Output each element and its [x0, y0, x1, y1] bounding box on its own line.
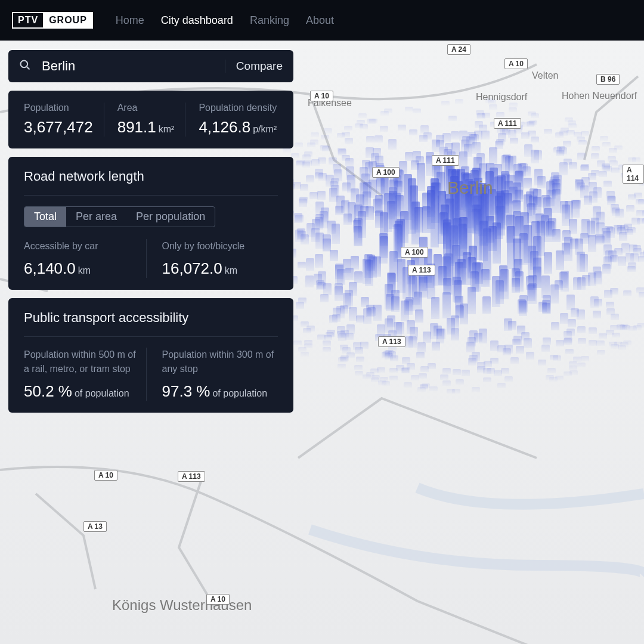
stat-density-value: 4,126.8: [199, 118, 250, 136]
brand-logo[interactable]: PTV GROUP: [12, 12, 93, 29]
town-hohen-neuendorf: Hohen Neuendorf: [562, 91, 637, 101]
stat-density-unit: p/km²: [253, 124, 277, 134]
divider: [24, 195, 278, 196]
search-icon: [19, 59, 31, 73]
road-b96: B 96: [596, 74, 620, 85]
public-transport-panel: Public transport accessibility Populatio…: [8, 298, 293, 413]
stat-population-label: Population: [24, 103, 93, 113]
road-tabs: Total Per area Per population: [24, 206, 215, 227]
road-a111-n: A 111: [494, 118, 521, 129]
pt-rail: Population within 500 m of a rail, metro…: [24, 348, 140, 401]
logo-right: GROUP: [44, 13, 92, 27]
road-a13: A 13: [83, 521, 107, 532]
road-a24: A 24: [447, 44, 470, 55]
town-velten: Velten: [532, 70, 558, 81]
stat-area-unit: km²: [159, 124, 175, 134]
nav-city-dashboard[interactable]: City dashboard: [161, 14, 233, 27]
city-stats-panel: Population 3,677,472 Area 891.1km² Popul…: [8, 91, 293, 148]
compare-button[interactable]: Compare: [225, 60, 283, 73]
stat-area-value: 891.1: [117, 118, 156, 136]
road-a100-n: A 100: [372, 167, 400, 178]
stat-density: Population density 4,126.8p/km²: [185, 103, 287, 137]
top-nav: PTV GROUP Home City dashboard Ranking Ab…: [0, 0, 644, 41]
city-search-input[interactable]: [42, 58, 214, 74]
road-by-foot: Only by foot/bicycle 16,072.0km: [146, 239, 278, 278]
road-a113-n: A 113: [408, 265, 435, 275]
sidebar: Compare Population 3,677,472 Area 891.1k…: [8, 50, 293, 413]
road-a10-sw: A 10: [94, 470, 117, 481]
pt-any: Population within 300 m of any stop 97.3…: [146, 348, 278, 401]
nav-links: Home City dashboard Ranking About: [116, 14, 334, 27]
pt-any-suffix: of population: [212, 388, 267, 398]
road-a111-s: A 111: [432, 155, 459, 166]
road-network-title: Road network length: [24, 169, 278, 184]
pt-rail-suffix: of population: [75, 388, 129, 398]
road-by-foot-unit: km: [225, 265, 237, 275]
road-by-car-unit: km: [78, 265, 91, 275]
road-by-foot-value: 16,072.0: [162, 259, 222, 277]
road-a10-ne: A 10: [504, 58, 528, 69]
nav-ranking[interactable]: Ranking: [250, 14, 289, 27]
stat-density-label: Population density: [199, 103, 277, 113]
road-a10-s: A 10: [206, 594, 230, 605]
pt-any-value: 97.3 %: [162, 382, 210, 400]
map-city-label: Berlin: [447, 178, 493, 198]
pt-rail-label: Population within 500 m of a rail, metro…: [24, 348, 140, 376]
road-by-car-label: Accessible by car: [24, 239, 140, 253]
svg-point-0: [21, 61, 28, 68]
nav-home[interactable]: Home: [116, 14, 144, 27]
search-panel: Compare: [8, 50, 293, 82]
stat-area: Area 891.1km²: [104, 103, 185, 137]
road-by-foot-label: Only by foot/bicycle: [162, 239, 278, 253]
logo-left: PTV: [13, 13, 43, 27]
town-hennigsdorf: Hennigsdorf: [476, 92, 527, 103]
nav-about[interactable]: About: [306, 14, 334, 27]
svg-line-1: [27, 67, 30, 70]
divider: [24, 336, 278, 337]
town-konigs-wusterhausen: Königs Wusterhausen: [112, 597, 252, 613]
road-a10-nw: A 10: [310, 91, 333, 101]
road-a114: A 114: [623, 165, 644, 184]
road-by-car-value: 6,140.0: [24, 259, 76, 277]
pt-any-label: Population within 300 m of any stop: [162, 348, 278, 376]
road-a113-s: A 113: [178, 471, 205, 482]
tab-per-area[interactable]: Per area: [66, 207, 126, 227]
road-network-panel: Road network length Total Per area Per p…: [8, 157, 293, 290]
pt-rail-value: 50.2 %: [24, 382, 72, 400]
tab-per-population[interactable]: Per population: [126, 207, 215, 227]
road-by-car: Accessible by car 6,140.0km: [24, 239, 140, 278]
tab-total[interactable]: Total: [24, 207, 66, 227]
stat-area-label: Area: [117, 103, 175, 113]
stat-population: Population 3,677,472: [24, 103, 104, 137]
road-a100-s: A 100: [401, 247, 428, 258]
pt-title: Public transport accessibility: [24, 310, 278, 326]
road-a113-c: A 113: [378, 336, 405, 347]
stat-population-value: 3,677,472: [24, 118, 93, 137]
